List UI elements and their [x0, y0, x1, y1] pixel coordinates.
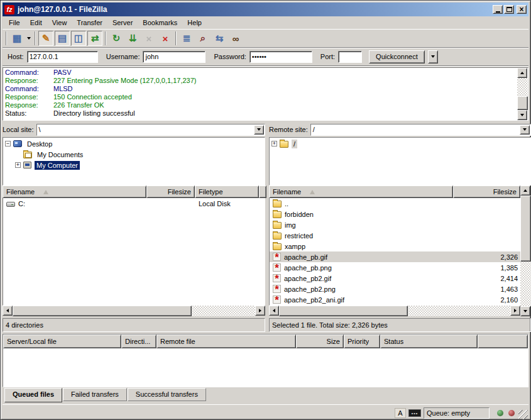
scrollbar-thumb[interactable]	[517, 96, 528, 110]
username-input[interactable]	[143, 51, 205, 63]
remote-horizontal-scrollbar[interactable]	[269, 306, 520, 316]
file-row[interactable]: apache_pb2_ani.gif2,160	[270, 294, 520, 305]
filter-button[interactable]: ≣	[179, 31, 194, 46]
scrollbar-thumb[interactable]	[279, 306, 408, 316]
maximize-button[interactable]	[504, 5, 514, 14]
synchronized-browsing-button[interactable]: ∞	[228, 31, 243, 46]
queue-column-remote-file[interactable]: Remote file	[156, 334, 296, 348]
minimize-button[interactable]	[493, 5, 503, 14]
local-status: 4 directories	[3, 318, 265, 332]
menu-item-bookmarks[interactable]: Bookmarks	[138, 17, 182, 28]
queue-column-priority[interactable]: Priority	[344, 334, 380, 348]
process-queue-button[interactable]: ⇊	[125, 31, 140, 46]
scrollbar-thumb[interactable]	[520, 196, 531, 262]
local-site-label: Local site:	[3, 126, 34, 133]
file-row[interactable]: apache_pb.png1,385	[270, 262, 520, 273]
scroll-down-icon[interactable]	[517, 110, 527, 120]
column-header-filetype[interactable]: Filetype	[195, 185, 259, 198]
queue-column-status[interactable]: Status	[380, 334, 478, 348]
file-row[interactable]: restricted	[270, 230, 520, 241]
host-label: Host:	[8, 53, 24, 60]
column-header-filesize[interactable]: Filesize	[146, 185, 195, 198]
local-horizontal-scrollbar[interactable]	[3, 306, 265, 316]
synchronized-browsing-icon: ∞	[233, 33, 239, 44]
file-name: C:	[18, 200, 25, 207]
column-header-filename[interactable]: Filename	[269, 185, 453, 198]
scroll-down-icon[interactable]	[520, 306, 530, 316]
tab-failed-transfers[interactable]: Failed transfers	[63, 388, 127, 401]
collapse-minus-icon[interactable]: −	[5, 141, 11, 146]
scroll-up-icon[interactable]	[517, 68, 527, 78]
quickconnect-dropdown-button[interactable]	[428, 50, 438, 64]
scroll-right-icon[interactable]	[510, 306, 520, 316]
transfer-queue: Server/Local fileDirecti...Remote fileSi…	[3, 334, 528, 387]
menu-item-server[interactable]: Server	[107, 17, 138, 28]
file-size-cell: 2,326	[454, 253, 520, 261]
toggle-message-log-button[interactable]: ✎	[38, 31, 53, 46]
password-input[interactable]	[249, 51, 312, 63]
tree-item[interactable]: −Desktop	[3, 138, 265, 149]
tree-item[interactable]: My Documents	[3, 149, 265, 160]
site-manager-button[interactable]: ▦	[9, 31, 25, 46]
remote-site-combo[interactable]: /	[310, 124, 531, 136]
drive-icon	[6, 202, 15, 207]
remote-site-dropdown[interactable]	[520, 125, 530, 135]
log-line-text: PASV	[53, 69, 72, 77]
tab-successful-transfers[interactable]: Successful transfers	[128, 388, 206, 401]
folder-open-icon	[280, 141, 288, 148]
resize-grip[interactable]	[518, 410, 528, 419]
file-row[interactable]: img	[270, 219, 520, 230]
tree-item[interactable]: +My Computer	[3, 160, 265, 170]
menu-item-file[interactable]: File	[4, 17, 25, 28]
column-header-filename[interactable]: Filename	[3, 185, 146, 198]
filter-icon: ≣	[183, 33, 191, 44]
port-input[interactable]	[338, 51, 362, 63]
file-search-button[interactable]: ⌕	[195, 31, 211, 46]
scroll-right-icon[interactable]	[255, 306, 265, 316]
local-site-dropdown[interactable]	[254, 125, 264, 135]
scrollbar-thumb[interactable]	[13, 306, 192, 316]
queue-column-directi-[interactable]: Directi...	[121, 334, 156, 348]
file-row[interactable]: xampp	[270, 241, 520, 251]
scroll-left-icon[interactable]	[3, 306, 13, 316]
expand-plus-icon[interactable]: +	[15, 162, 21, 168]
tree-item[interactable]: +/	[270, 138, 530, 149]
queue-column-size[interactable]: Size	[296, 334, 344, 348]
file-row[interactable]: ..	[270, 198, 520, 209]
file-name-cell: xampp	[270, 242, 454, 250]
message-log-scrollbar[interactable]	[517, 68, 528, 120]
scroll-up-icon[interactable]	[520, 185, 530, 196]
queue-column-blank[interactable]	[478, 334, 528, 348]
menu-item-edit[interactable]: Edit	[25, 17, 47, 28]
quickconnect-button[interactable]: Quickconnect	[369, 50, 425, 64]
scroll-left-icon[interactable]	[269, 306, 279, 316]
file-name-cell: apache_pb2.gif	[270, 274, 454, 282]
file-row[interactable]: forbidden	[270, 209, 520, 219]
file-row[interactable]: apache_pb2.png1,463	[270, 284, 520, 294]
port-label: Port:	[320, 53, 335, 60]
local-site-combo[interactable]: \	[36, 124, 265, 136]
file-name: apache_pb2.gif	[284, 275, 331, 282]
tab-queued-files[interactable]: Queued files	[4, 388, 62, 402]
remote-vertical-scrollbar[interactable]	[520, 185, 531, 316]
toggle-queue-button[interactable]: ⇄	[87, 31, 102, 46]
file-row[interactable]: C:Local Disk	[3, 198, 265, 209]
close-button[interactable]: ×	[517, 5, 527, 14]
file-row[interactable]: apache_pb2.gif2,414	[270, 273, 520, 284]
folder-icon	[273, 211, 282, 218]
expand-plus-icon[interactable]: +	[271, 141, 277, 146]
queue-column-server-local-file[interactable]: Server/Local file	[3, 334, 121, 348]
file-row[interactable]: apache_pb.gif2,326	[270, 251, 520, 262]
toggle-remote-tree-button[interactable]: ◫	[71, 31, 86, 46]
menu-item-transfer[interactable]: Transfer	[72, 17, 107, 28]
menu-item-help[interactable]: Help	[182, 17, 207, 28]
speed-limit-indicator-icon: ▪▪▪	[408, 409, 421, 417]
column-header-filesize[interactable]: Filesize	[453, 185, 520, 198]
site-manager-button-dropdown[interactable]	[25, 31, 33, 46]
menu-item-view[interactable]: View	[47, 17, 72, 28]
host-input[interactable]	[27, 51, 98, 63]
toggle-local-tree-button[interactable]: ▤	[55, 31, 70, 46]
disconnect-button[interactable]: ×	[158, 31, 173, 46]
directory-comparison-button[interactable]: ⇆	[212, 31, 227, 46]
refresh-button[interactable]: ↻	[109, 31, 124, 46]
